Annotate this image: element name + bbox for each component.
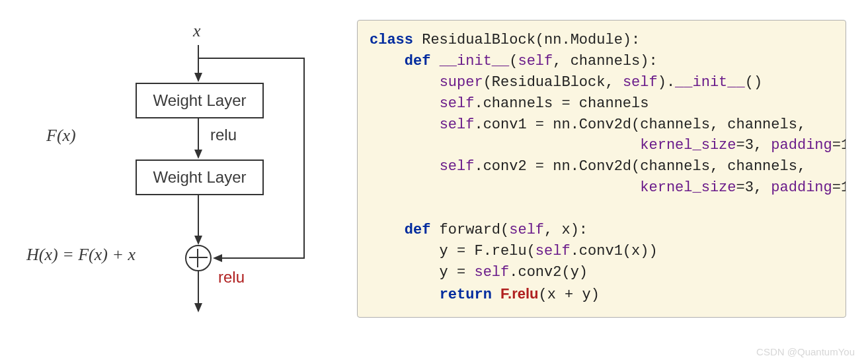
emphasized-frelu: F.relu [500, 285, 538, 302]
init-call: __init__ [675, 74, 745, 91]
code-block: class ResidualBlock(nn.Module): def __in… [357, 20, 846, 318]
code-text [370, 137, 640, 154]
code-text: ). [658, 74, 675, 91]
code-text: =3, [736, 137, 771, 154]
code-text [370, 95, 440, 112]
kwarg-kernel-size: kernel_size [640, 137, 736, 154]
code-text: (x + y) [539, 287, 600, 303]
code-text: =1) [832, 179, 846, 196]
code-text: ( [509, 53, 518, 69]
kwarg-kernel-size: kernel_size [640, 179, 736, 196]
input-x-label: x [193, 21, 201, 41]
branch-fx-label: F(x) [46, 126, 76, 146]
code-text: .conv2 = nn.Conv2d(channels, channels, [474, 158, 806, 175]
code-text [370, 179, 640, 196]
code-text: , x): [544, 222, 588, 238]
code-text: =1) [832, 137, 846, 154]
output-relu-label: relu [218, 268, 245, 287]
code-text [492, 287, 500, 303]
code-text: =3, [736, 179, 771, 196]
code-text: ResidualBlock(nn.Module): [413, 32, 640, 48]
keyword-class: class [370, 32, 413, 48]
residual-block-diagram: x Weight Layer relu F(x) Weight Layer H(… [26, 20, 331, 331]
self-param: self [440, 158, 475, 175]
self-param: self [474, 264, 509, 281]
code-text: , channels): [553, 53, 657, 69]
code-text [370, 116, 440, 133]
code-text: y = [370, 264, 474, 281]
code-text [370, 74, 440, 91]
code-text: () [745, 74, 762, 91]
code-text [370, 158, 440, 175]
self-param: self [535, 243, 571, 259]
keyword-return: return [440, 287, 492, 303]
code-text: .conv1 = nn.Conv2d(channels, channels, [474, 116, 806, 133]
self-param: self [518, 53, 553, 69]
code-text: forward( [430, 222, 509, 238]
code-text: y = F.relu( [370, 243, 535, 259]
keyword-def: def [405, 222, 431, 238]
code-text [430, 53, 439, 69]
weight-layer-1: Weight Layer [136, 83, 264, 118]
keyword-def: def [405, 53, 431, 69]
code-text: .channels = channels [474, 95, 649, 112]
weight-layer-2: Weight Layer [136, 159, 264, 195]
self-param: self [509, 222, 544, 238]
self-param: self [440, 116, 475, 133]
self-param: self [440, 95, 475, 112]
self-param: self [623, 74, 658, 91]
super-call: super [440, 74, 483, 91]
code-text: .conv1(x)) [571, 243, 658, 259]
code-text: .conv2(y) [509, 264, 588, 281]
kwarg-padding: padding [771, 179, 832, 196]
mid-relu-label: relu [210, 126, 237, 144]
method-init: __init__ [440, 53, 510, 69]
kwarg-padding: padding [771, 137, 832, 154]
code-text: (ResidualBlock, [483, 74, 623, 91]
sum-node-icon [185, 245, 212, 271]
watermark: CSDN @QuantumYou [756, 346, 855, 357]
hx-equation-label: H(x) = F(x) + x [26, 245, 136, 265]
